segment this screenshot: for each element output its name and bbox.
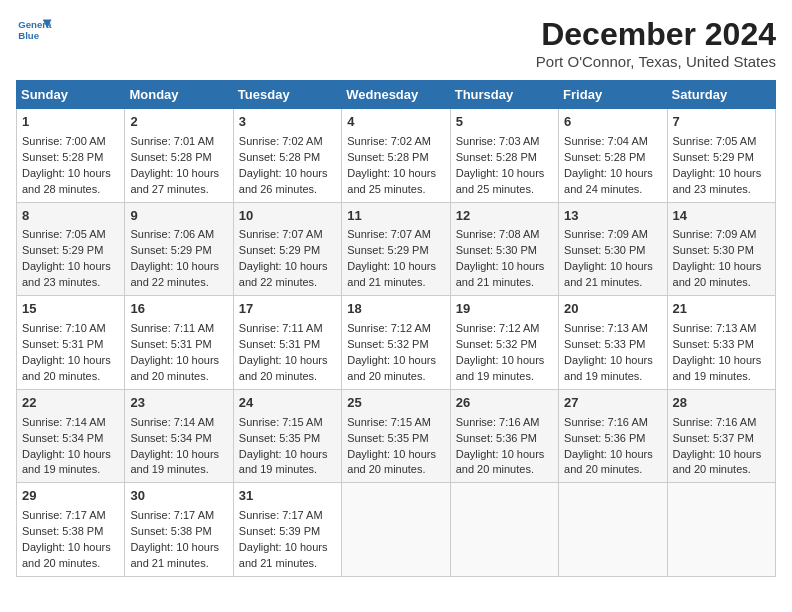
day-info: Sunset: 5:38 PM — [22, 525, 103, 537]
day-info: and 23 minutes. — [22, 276, 100, 288]
day-info: Sunrise: 7:14 AM — [22, 416, 106, 428]
day-info: and 19 minutes. — [22, 463, 100, 475]
day-info: and 20 minutes. — [673, 463, 751, 475]
day-info: Sunrise: 7:11 AM — [239, 322, 323, 334]
day-info: and 19 minutes. — [673, 370, 751, 382]
day-number: 30 — [130, 487, 227, 506]
day-info: Sunset: 5:31 PM — [130, 338, 211, 350]
svg-text:Blue: Blue — [18, 30, 39, 41]
calendar-day-cell — [342, 483, 450, 577]
day-info: and 21 minutes. — [239, 557, 317, 569]
day-info: Daylight: 10 hours — [673, 167, 762, 179]
day-info: Sunset: 5:31 PM — [239, 338, 320, 350]
day-info: Sunset: 5:28 PM — [130, 151, 211, 163]
day-number: 18 — [347, 300, 444, 319]
day-info: Sunset: 5:28 PM — [564, 151, 645, 163]
day-info: Sunset: 5:30 PM — [564, 244, 645, 256]
day-info: Daylight: 10 hours — [239, 167, 328, 179]
day-info: Sunrise: 7:09 AM — [673, 228, 757, 240]
day-info: and 20 minutes. — [347, 463, 425, 475]
calendar-week-row: 29Sunrise: 7:17 AMSunset: 5:38 PMDayligh… — [17, 483, 776, 577]
day-info: Sunrise: 7:17 AM — [22, 509, 106, 521]
calendar-day-cell: 20Sunrise: 7:13 AMSunset: 5:33 PMDayligh… — [559, 296, 667, 390]
day-info: Sunset: 5:32 PM — [456, 338, 537, 350]
day-info: and 20 minutes. — [22, 370, 100, 382]
day-info: Sunrise: 7:17 AM — [130, 509, 214, 521]
day-info: Daylight: 10 hours — [22, 260, 111, 272]
day-info: and 26 minutes. — [239, 183, 317, 195]
day-number: 10 — [239, 207, 336, 226]
day-info: and 28 minutes. — [22, 183, 100, 195]
logo: General Blue — [16, 16, 52, 44]
day-info: Sunset: 5:36 PM — [564, 432, 645, 444]
day-info: and 20 minutes. — [564, 463, 642, 475]
day-info: Sunset: 5:28 PM — [22, 151, 103, 163]
day-of-week-header: Saturday — [667, 81, 775, 109]
day-of-week-header: Tuesday — [233, 81, 341, 109]
day-number: 14 — [673, 207, 770, 226]
day-info: Sunrise: 7:05 AM — [673, 135, 757, 147]
calendar-day-cell — [667, 483, 775, 577]
day-info: Sunset: 5:35 PM — [347, 432, 428, 444]
day-info: Daylight: 10 hours — [130, 260, 219, 272]
calendar-week-row: 15Sunrise: 7:10 AMSunset: 5:31 PMDayligh… — [17, 296, 776, 390]
day-number: 1 — [22, 113, 119, 132]
day-number: 21 — [673, 300, 770, 319]
day-info: Sunset: 5:37 PM — [673, 432, 754, 444]
day-info: and 19 minutes. — [130, 463, 208, 475]
day-number: 27 — [564, 394, 661, 413]
day-info: Sunset: 5:30 PM — [673, 244, 754, 256]
calendar-day-cell: 30Sunrise: 7:17 AMSunset: 5:38 PMDayligh… — [125, 483, 233, 577]
day-number: 12 — [456, 207, 553, 226]
day-info: Daylight: 10 hours — [564, 354, 653, 366]
day-info: and 21 minutes. — [456, 276, 534, 288]
day-number: 8 — [22, 207, 119, 226]
day-of-week-header: Wednesday — [342, 81, 450, 109]
day-number: 11 — [347, 207, 444, 226]
day-info: Daylight: 10 hours — [22, 541, 111, 553]
day-info: Sunrise: 7:07 AM — [239, 228, 323, 240]
day-info: Sunrise: 7:14 AM — [130, 416, 214, 428]
day-number: 25 — [347, 394, 444, 413]
day-info: and 24 minutes. — [564, 183, 642, 195]
day-info: Sunrise: 7:02 AM — [239, 135, 323, 147]
day-info: Daylight: 10 hours — [239, 260, 328, 272]
day-info: Daylight: 10 hours — [22, 354, 111, 366]
day-info: Sunset: 5:29 PM — [22, 244, 103, 256]
day-number: 7 — [673, 113, 770, 132]
day-info: and 22 minutes. — [130, 276, 208, 288]
day-info: Sunset: 5:28 PM — [456, 151, 537, 163]
day-info: Sunrise: 7:11 AM — [130, 322, 214, 334]
day-number: 2 — [130, 113, 227, 132]
calendar-day-cell: 19Sunrise: 7:12 AMSunset: 5:32 PMDayligh… — [450, 296, 558, 390]
calendar-day-cell: 1Sunrise: 7:00 AMSunset: 5:28 PMDaylight… — [17, 109, 125, 203]
day-info: Sunset: 5:39 PM — [239, 525, 320, 537]
day-of-week-header: Monday — [125, 81, 233, 109]
day-info: Daylight: 10 hours — [130, 448, 219, 460]
calendar-day-cell: 31Sunrise: 7:17 AMSunset: 5:39 PMDayligh… — [233, 483, 341, 577]
calendar-day-cell: 14Sunrise: 7:09 AMSunset: 5:30 PMDayligh… — [667, 202, 775, 296]
day-info: and 20 minutes. — [347, 370, 425, 382]
day-number: 13 — [564, 207, 661, 226]
calendar-day-cell: 21Sunrise: 7:13 AMSunset: 5:33 PMDayligh… — [667, 296, 775, 390]
calendar-day-cell: 10Sunrise: 7:07 AMSunset: 5:29 PMDayligh… — [233, 202, 341, 296]
day-info: Daylight: 10 hours — [130, 167, 219, 179]
day-number: 16 — [130, 300, 227, 319]
day-of-week-header: Sunday — [17, 81, 125, 109]
day-info: Sunrise: 7:15 AM — [347, 416, 431, 428]
calendar-week-row: 22Sunrise: 7:14 AMSunset: 5:34 PMDayligh… — [17, 389, 776, 483]
day-info: Daylight: 10 hours — [564, 167, 653, 179]
day-info: Sunrise: 7:09 AM — [564, 228, 648, 240]
day-info: Daylight: 10 hours — [456, 167, 545, 179]
calendar-day-cell: 8Sunrise: 7:05 AMSunset: 5:29 PMDaylight… — [17, 202, 125, 296]
day-info: Daylight: 10 hours — [239, 541, 328, 553]
day-info: Sunrise: 7:12 AM — [347, 322, 431, 334]
day-info: and 20 minutes. — [22, 557, 100, 569]
calendar-header-row: SundayMondayTuesdayWednesdayThursdayFrid… — [17, 81, 776, 109]
day-info: and 20 minutes. — [456, 463, 534, 475]
day-info: Daylight: 10 hours — [564, 448, 653, 460]
day-info: Sunset: 5:28 PM — [239, 151, 320, 163]
calendar-day-cell: 4Sunrise: 7:02 AMSunset: 5:28 PMDaylight… — [342, 109, 450, 203]
calendar-day-cell: 16Sunrise: 7:11 AMSunset: 5:31 PMDayligh… — [125, 296, 233, 390]
calendar-day-cell — [559, 483, 667, 577]
